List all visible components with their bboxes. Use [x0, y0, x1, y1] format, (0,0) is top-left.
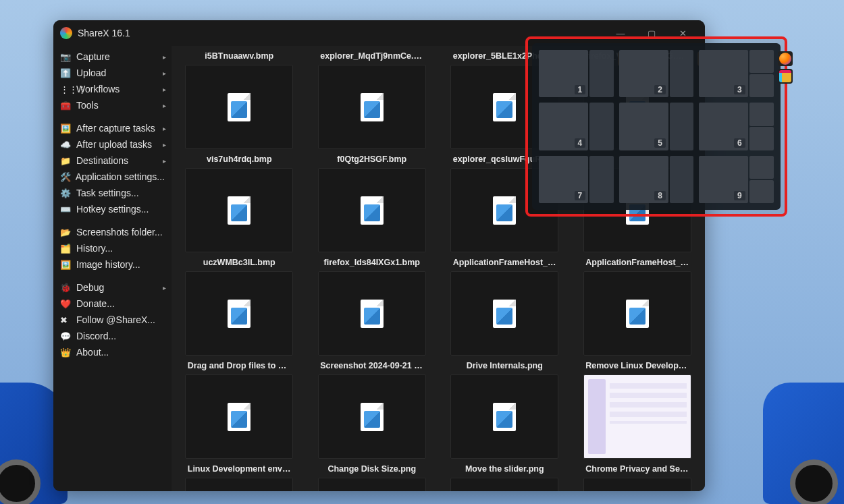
workspace-grid[interactable]: 123456789 — [532, 43, 781, 210]
file-card[interactable]: Drive Internals.png — [440, 358, 570, 459]
workspace-pane: 8 — [619, 156, 668, 203]
file-card[interactable]: ApplicationFrameHost_Kd... — [573, 255, 703, 356]
file-card[interactable]: Drag and Drop files to Goo... — [174, 358, 305, 459]
file-thumbnail[interactable] — [450, 271, 558, 356]
desktop-background-car-right — [763, 383, 844, 504]
sidebar-icon: ❤️ — [60, 299, 72, 309]
file-name: vis7uh4rdq.bmp — [203, 152, 276, 167]
workspace-cell-6[interactable]: 6 — [699, 103, 774, 150]
file-card[interactable]: Linux Development enviro... — [174, 461, 305, 491]
file-card[interactable]: i5BTnuaawv.bmp — [174, 49, 305, 149]
sidebar-item-after-capture-tasks[interactable]: 🖼️After capture tasks▸ — [53, 120, 172, 136]
image-file-icon — [361, 196, 384, 225]
sidebar-item-workflows[interactable]: ⋮⋮⋮Workflows▸ — [53, 81, 172, 97]
file-card[interactable]: uczWMBc3IL.bmp — [174, 255, 305, 356]
sidebar-icon: 🗂️ — [60, 244, 72, 254]
file-thumbnail[interactable] — [185, 168, 293, 252]
sidebar-item-upload[interactable]: ⬆️Upload▸ — [53, 65, 172, 81]
workspace-cell-9[interactable]: 9 — [699, 156, 774, 203]
file-thumbnail[interactable] — [318, 271, 426, 356]
workspace-number: 6 — [734, 138, 745, 148]
sidebar-item-hotkey-settings[interactable]: ⌨️Hotkey settings... — [53, 201, 172, 217]
file-card[interactable]: ApplicationFrameHost_Gc... — [440, 255, 570, 356]
image-file-icon — [228, 196, 250, 225]
submenu-arrow-icon: ▸ — [163, 125, 166, 132]
sidebar-item-image-history[interactable]: 🖼️Image history... — [53, 256, 172, 273]
window-title: ShareX 16.1 — [78, 28, 130, 38]
sidebar-item-screenshots-folder[interactable]: 📂Screenshots folder... — [53, 224, 172, 240]
sidebar-item-tools[interactable]: 🧰Tools▸ — [53, 97, 172, 113]
workspace-cell-4[interactable]: 4 — [539, 103, 614, 150]
workspace-cell-7[interactable]: 7 — [539, 156, 614, 203]
sidebar-item-history[interactable]: 🗂️History... — [53, 240, 172, 256]
sidebar-icon: ⌨️ — [60, 204, 72, 215]
image-file-icon — [493, 403, 516, 431]
file-thumbnail[interactable] — [318, 168, 426, 252]
file-thumbnail[interactable] — [318, 374, 426, 459]
sidebar-item-label: Capture — [76, 51, 110, 62]
sidebar-icon: 🖼️ — [60, 260, 72, 270]
file-thumbnail[interactable] — [583, 478, 691, 491]
sidebar-item-application-settings[interactable]: 🛠️Application settings... — [53, 169, 172, 185]
file-name: Chrome Privacy and Securi... — [581, 461, 693, 476]
sidebar-item-capture[interactable]: 📷Capture▸ — [53, 49, 172, 65]
file-card[interactable]: Chrome Privacy and Securi... — [573, 461, 703, 491]
file-thumbnail[interactable] — [185, 478, 293, 491]
sidebar-item-label: After capture tasks — [76, 123, 155, 134]
image-file-icon — [361, 403, 384, 431]
file-thumbnail[interactable] — [318, 65, 426, 149]
sidebar-icon: 📂 — [60, 227, 72, 237]
workspace-pane-split — [749, 156, 774, 203]
file-card[interactable]: f0Qtg2HSGF.bmp — [307, 152, 438, 252]
workspace-cell-1[interactable]: 1 — [539, 50, 614, 97]
file-name: Drag and Drop files to Goo... — [184, 358, 295, 373]
image-file-icon — [228, 403, 250, 431]
workspace-cell-3[interactable]: 3 — [699, 50, 774, 97]
file-name: explorer_MqdTj9nmCe.bmp — [316, 49, 427, 63]
sidebar-item-follow-sharex[interactable]: ✖Follow @ShareX... — [53, 312, 172, 328]
file-thumbnail[interactable] — [185, 271, 293, 356]
workspace-pane — [670, 50, 693, 97]
workspace-pane: 9 — [699, 156, 747, 203]
workspace-pane — [589, 103, 613, 150]
sidebar-item-task-settings[interactable]: ⚙️Task settings... — [53, 185, 172, 201]
file-card[interactable]: Screenshot 2024-09-21 12... — [307, 358, 438, 459]
workspace-cell-8[interactable]: 8 — [619, 156, 694, 203]
workspace-cell-2[interactable]: 2 — [619, 50, 694, 97]
submenu-arrow-icon: ▸ — [163, 141, 166, 148]
workspace-number: 3 — [734, 85, 745, 94]
sidebar-icon: ✖ — [60, 315, 72, 325]
workspace-pane-split — [749, 50, 774, 97]
file-card[interactable]: Remove Linux Developme... — [573, 358, 703, 459]
sidebar-item-label: Tools — [76, 100, 99, 111]
file-thumbnail[interactable] — [185, 374, 293, 459]
file-thumbnail[interactable] — [583, 271, 691, 356]
file-name: uczWMBc3IL.bmp — [199, 255, 280, 270]
file-card[interactable]: Change Disk Size.png — [307, 461, 438, 491]
sidebar-item-after-upload-tasks[interactable]: ☁️After upload tasks▸ — [53, 136, 172, 152]
sidebar-item-destinations[interactable]: 📁Destinations▸ — [53, 152, 172, 169]
sidebar-item-donate[interactable]: ❤️Donate... — [53, 296, 172, 312]
sidebar-item-label: Discord... — [76, 331, 116, 341]
file-card[interactable]: explorer_MqdTj9nmCe.bmp — [307, 49, 438, 149]
workspace-cell-5[interactable]: 5 — [619, 103, 694, 150]
file-card[interactable]: vis7uh4rdq.bmp — [174, 152, 305, 252]
sidebar-icon: ⋮⋮⋮ — [60, 84, 72, 94]
submenu-arrow-icon: ▸ — [163, 284, 166, 291]
file-thumbnail[interactable] — [185, 65, 293, 149]
image-file-icon — [493, 300, 516, 328]
file-thumbnail[interactable] — [318, 478, 426, 491]
file-thumbnail[interactable] — [583, 374, 691, 459]
file-thumbnail[interactable] — [450, 374, 558, 459]
sidebar-icon: ⬆️ — [60, 68, 72, 78]
file-card[interactable]: Move the slider.png — [440, 461, 570, 491]
file-thumbnail[interactable] — [450, 478, 558, 491]
sidebar-item-label: Hotkey settings... — [76, 204, 149, 215]
file-card[interactable]: firefox_Ids84IXGx1.bmp — [307, 255, 438, 356]
sidebar-item-debug[interactable]: 🐞Debug▸ — [53, 279, 172, 296]
sidebar-item-about[interactable]: 👑About... — [53, 344, 172, 360]
sidebar-item-label: Upload — [76, 67, 106, 78]
workspace-number: 7 — [575, 191, 586, 200]
file-name: Linux Development enviro... — [184, 461, 295, 476]
sidebar-item-discord[interactable]: 💬Discord... — [53, 328, 172, 344]
